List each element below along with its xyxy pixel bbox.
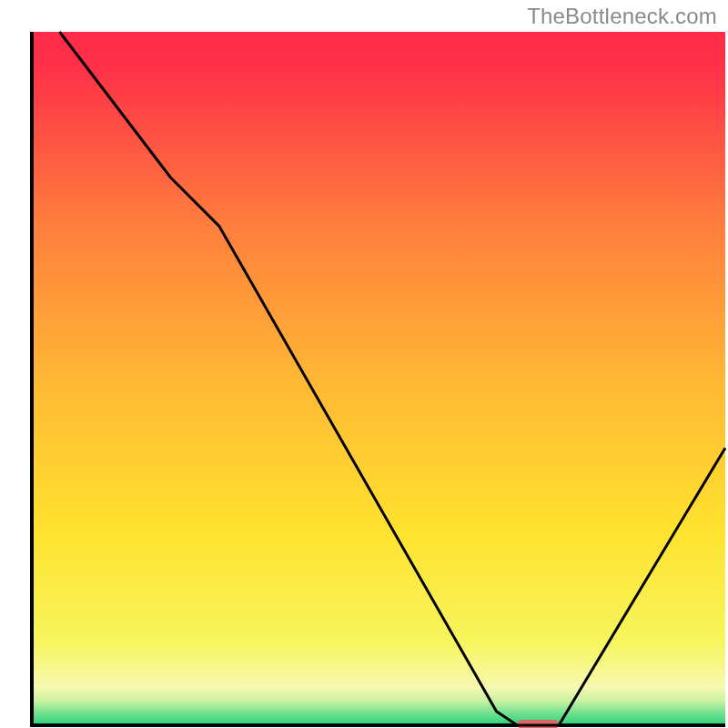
watermark-text: TheBottleneck.com <box>527 4 717 29</box>
bottleneck-chart: TheBottleneck.com <box>0 0 728 728</box>
chart-svg <box>0 0 728 728</box>
